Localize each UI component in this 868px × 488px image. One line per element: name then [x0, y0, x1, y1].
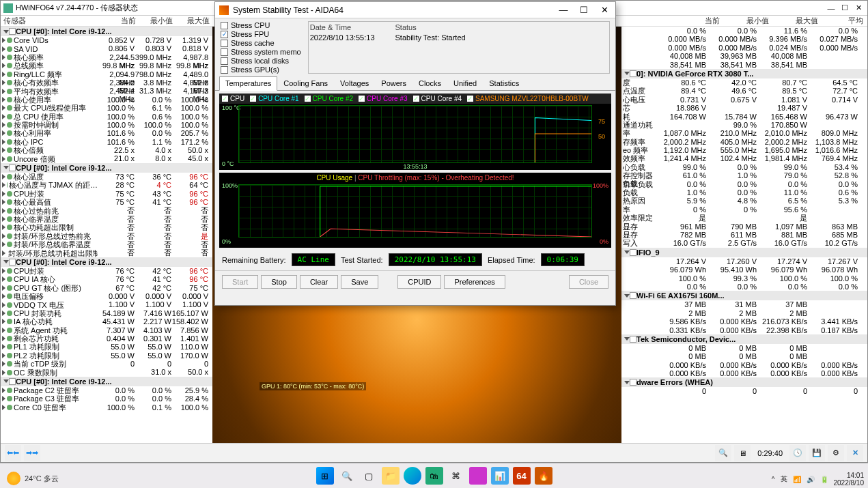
store-icon[interactable]: 🛍	[425, 467, 443, 485]
close-button-aida[interactable]: Close	[569, 275, 608, 289]
sensor-row[interactable]: 点温度89.4 °C49.6 °C89.5 °C72.7 °C	[621, 87, 867, 95]
sensor-row[interactable]: 0.000 MB/s0.000 MB/s0.024 MB/s0.000 MB/s	[621, 44, 867, 52]
minimize-button[interactable]: —	[557, 3, 570, 17]
legend-cpu[interactable]: ✓CPU	[222, 95, 244, 102]
col-current-r[interactable]: 当前	[671, 16, 720, 26]
tab-voltages[interactable]: Voltages	[334, 76, 375, 90]
ime-indicator[interactable]: 英	[781, 474, 787, 484]
tab-cooling-fans[interactable]: Cooling Fans	[277, 76, 334, 90]
legend-core1[interactable]: ✓CPU Core #1	[250, 95, 298, 102]
legend-samsung[interactable]: ✓SAMSUNG MZVL22T0HBLB-00BTW	[467, 95, 589, 102]
maximize-button[interactable]: ☐	[839, 2, 851, 14]
arrow-right-icon[interactable]: ➡➡	[24, 445, 40, 461]
stress-fpu-checkbox[interactable]: ✓Stress FPU	[221, 30, 301, 38]
sensor-group[interactable]: 0]: NVIDIA GeForce RTX 3080 T...	[621, 69, 867, 78]
sensor-row[interactable]: 通道功耗99.0 %170.850 W	[621, 121, 867, 129]
clock-date[interactable]: 2022/8/10	[834, 479, 865, 487]
start-button[interactable]: ⊞	[316, 467, 334, 485]
sensor-row[interactable]: 写入16.0 GT/s2.5 GT/s16.0 GT/s10.2 GT/s	[621, 239, 867, 247]
sensor-row[interactable]: 总 CPU 使用率100.0 %0.6 %100.0 %	[1, 113, 212, 121]
close-button[interactable]: ✕	[598, 3, 611, 17]
sensor-row[interactable]: Core VIDs0.852 V0.728 V1.319 V	[1, 36, 212, 44]
sensor-row[interactable]: 率1,087.0 MHz210.0 MHz2,010.0 MHz809.0 MH…	[621, 129, 867, 137]
sensor-row[interactable]: 0.000 KB/s0.000 KB/s0.000 KB/s0.000 KB/s	[621, 369, 867, 377]
tray-chevron-icon[interactable]: ^	[772, 476, 775, 483]
sensor-row[interactable]: CPU封装76 °C42 °C96 °C	[1, 267, 212, 275]
sensor-row[interactable]: 核心临界温度否否否	[1, 215, 212, 223]
tab-powers[interactable]: Powers	[375, 76, 412, 90]
start-button[interactable]: Start	[222, 275, 258, 289]
sensor-row[interactable]: 17.264 V17.260 V17.274 V17.267 V	[621, 257, 867, 265]
sensor-row[interactable]: 0 MB0 MB0 MB	[621, 344, 867, 352]
search-icon[interactable]: 🔍	[715, 445, 731, 461]
wifi-icon[interactable]: 📶	[793, 476, 801, 483]
sensor-row[interactable]: 核心 IPC101.6 %1.1 %171.2 %	[1, 138, 212, 146]
col-min[interactable]: 最小值	[136, 16, 173, 26]
maximize-button[interactable]: ☐	[577, 3, 591, 17]
sensor-row[interactable]: CPU IA 核心76 °C41 °C96 °C	[1, 275, 212, 283]
legend-core3[interactable]: ✓CPU Core #3	[359, 95, 407, 102]
sensor-row[interactable]: Package C3 驻留率0.0 %0.0 %28.4 %	[1, 394, 212, 403]
sensor-row[interactable]: PL1 功耗限制55.0 W55.0 W110.0 W	[1, 343, 212, 351]
sensor-row[interactable]: 核心利用率101.6 %0.0 %205.7 %	[1, 129, 212, 137]
save-button[interactable]: Save	[341, 275, 378, 289]
sensor-row[interactable]: 当前 cTDP 级别000	[1, 360, 212, 368]
col-sensor[interactable]: 传感器	[1, 16, 99, 26]
sensor-row[interactable]: 存控制器负载61.0 %1.0 %79.0 %52.8 %	[621, 171, 867, 180]
sensor-row[interactable]: OC 乘数限制31.0 x50.0 x	[1, 368, 212, 376]
stress-sysmem-checkbox[interactable]: Stress system memo	[221, 48, 301, 56]
sensor-row[interactable]: 电压偏移0.000 V0.000 V0.000 V	[1, 292, 212, 300]
sensor-row[interactable]: 核心最高值75 °C41 °C96 °C	[1, 198, 212, 206]
stress-localdisk-checkbox[interactable]: Stress local disks	[221, 57, 301, 65]
sensor-row[interactable]: CPU 封装功耗54.189 W7.416 W165.107 W	[1, 309, 212, 317]
sensor-row[interactable]: 0000	[621, 387, 867, 395]
sensor-row[interactable]: 96.079 Wh95.410 Wh96.079 Wh96.078 Wh	[621, 265, 867, 274]
sensor-row[interactable]: eo 频率1,192.0 MHz555.0 MHz1,695.0 MHz1,01…	[621, 146, 867, 154]
sensor-row[interactable]: 100.0 %99.3 %100.0 %100.0 %	[621, 274, 867, 283]
aida-titlebar[interactable]: System Stability Test - AIDA64 — ☐ ✕	[215, 2, 615, 18]
taskview-icon[interactable]: ▢	[360, 467, 378, 485]
close-app-icon[interactable]: ✕	[847, 445, 863, 461]
legend-core2[interactable]: ✓CPU Core #2	[305, 95, 353, 102]
furmark-icon[interactable]: 🔥	[535, 467, 552, 485]
sensor-group[interactable]: Wi-Fi 6E AX1675i 160M...	[621, 291, 867, 300]
sensor-row[interactable]: 度80.6 °C42.0 °C80.7 °C64.5 °C	[621, 78, 867, 87]
sensor-row[interactable]: 核心频率2,244.5 MHz399.0 MHz4,987.8 MHz	[1, 53, 212, 61]
sensor-row[interactable]: 负载1.0 %0.0 %11.0 %0.6 %	[621, 188, 867, 197]
sensor-row[interactable]: 0.0 %0.0 %0.0 %0.0 %	[621, 283, 867, 291]
sensor-row[interactable]: 核心倍频22.5 x4.0 x50.0 x	[1, 146, 212, 154]
sensor-row[interactable]: 最大 CPU/线程使用率100.0 %6.1 %100.0 %	[1, 104, 212, 112]
col-max-r[interactable]: 最大值	[769, 16, 818, 26]
sensor-row[interactable]: 存频率2,000.2 MHz405.0 MHz2,000.2 MHz1,103.…	[621, 138, 867, 146]
sensor-row[interactable]: 效频率1,241.4 MHz102.4 MHz1,981.4 MHz769.4 …	[621, 154, 867, 162]
tab-temperatures[interactable]: Temperatures	[219, 76, 277, 91]
sensor-row[interactable]: Package C2 驻留率0.0 %0.0 %25.9 %	[1, 386, 212, 394]
sensor-row[interactable]: 38,541 MB38,541 MB38,541 MB	[621, 61, 867, 69]
sensor-row[interactable]: 核心功耗超出限制否否否	[1, 223, 212, 231]
sensor-row[interactable]: CPU封装75 °C43 °C96 °C	[1, 190, 212, 198]
sensor-row[interactable]: 2 MB2 MB2 MB	[621, 309, 867, 317]
sensor-row[interactable]: 0.000 KB/s0.000 KB/s0.000 KB/s0.000 KB/s	[621, 361, 867, 369]
sensor-row[interactable]: 总线频率99.8 MHz99.8 MHz99.8 MHz	[1, 61, 212, 70]
minimize-button[interactable]: —	[825, 2, 837, 14]
sensor-row[interactable]: 核心温度73 °C36 °C96 °C	[1, 173, 212, 181]
sensor-row[interactable]: 心负载99.0 %0.0 %99.0 %53.4 %	[621, 163, 867, 171]
explorer-icon[interactable]: 📁	[382, 467, 400, 485]
sensor-row[interactable]: 显存961 MB790 MB1,097 MB863 MB	[621, 223, 867, 231]
sensor-row[interactable]: Uncore 倍频21.0 x8.0 x45.0 x	[1, 154, 212, 162]
sensor-row[interactable]: PL2 功耗限制55.0 W55.0 W170.0 W	[1, 351, 212, 360]
sensor-row[interactable]: 剩余芯片功耗0.404 W0.301 W1.401 W	[1, 334, 212, 343]
sensor-group[interactable]: CPU [#0]: Intel Core i9-12...	[1, 257, 212, 267]
sensor-row[interactable]: 核心使用率100.0 %0.0 %100.0 %	[1, 96, 212, 104]
clock-time[interactable]: 14:01	[847, 472, 864, 479]
sensor-group[interactable]: CPU [#0]: Intel Core i9-12...	[1, 377, 212, 386]
sensor-row[interactable]: 0.000 MB/s0.000 MB/s9.396 MB/s0.027 MB/s	[621, 35, 867, 43]
col-min-r[interactable]: 最小值	[720, 16, 769, 26]
col-current[interactable]: 当前	[99, 16, 136, 26]
tab-clocks[interactable]: Clocks	[412, 76, 447, 90]
sensor-row[interactable]: 耗164.708 W15.784 W165.468 W96.473 W	[621, 113, 867, 121]
sensor-row[interactable]: 引擎负载0.0 %0.0 %0.0 %0.0 %	[621, 180, 867, 188]
tab-statistics[interactable]: Statistics	[483, 76, 525, 90]
edge-icon[interactable]	[404, 467, 421, 485]
clock-icon[interactable]: 🕓	[789, 445, 806, 461]
